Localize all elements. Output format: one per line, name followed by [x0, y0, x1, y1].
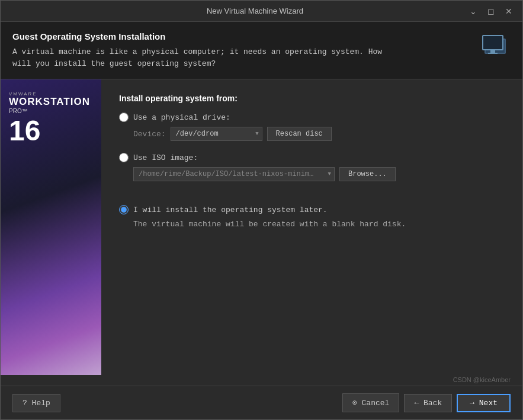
install-later-label[interactable]: I will install the operating system late…: [133, 206, 328, 214]
window-controls: ⌄ ◻ ✕: [467, 5, 515, 17]
device-select-wrapper: /dev/cdrom: [171, 127, 262, 141]
header-description-line1: A virtual machine is like a physical com…: [12, 46, 382, 58]
physical-drive-label[interactable]: Use a physical drive:: [133, 113, 230, 122]
install-later-radio[interactable]: [119, 205, 129, 214]
header-icon: [480, 31, 511, 62]
iso-path-select[interactable]: /home/rime/Backup/ISO/latest-nixos-minim…: [133, 167, 335, 181]
browse-button[interactable]: Browse...: [339, 167, 396, 181]
install-later-detail: The virtual machine will be created with…: [133, 219, 505, 230]
iso-image-option: Use ISO image: /home/rime/Backup/ISO/lat…: [119, 153, 505, 181]
vmware-logo: VMWARE WORKSTATION PRO™ 16: [9, 91, 90, 145]
pro-label: PRO™: [9, 108, 90, 114]
physical-drive-radio[interactable]: [119, 113, 129, 122]
header-section: Guest Operating System Installation A vi…: [1, 22, 522, 79]
physical-drive-radio-row: Use a physical drive:: [119, 113, 505, 122]
page-title: Guest Operating System Installation: [12, 31, 382, 41]
device-select[interactable]: /dev/cdrom: [171, 127, 262, 141]
later-radio-row: I will install the operating system late…: [119, 205, 505, 214]
content-panel: Install operating system from: Use a phy…: [101, 79, 522, 375]
header-text: Guest Operating System Installation A vi…: [12, 31, 382, 69]
device-row: Device: /dev/cdrom Rescan disc: [133, 127, 505, 141]
watermark: CSDN @kiceAmber: [1, 375, 522, 386]
main-window: New Virtual Machine Wizard ⌄ ◻ ✕ Guest O…: [0, 0, 523, 420]
rescan-button[interactable]: Rescan disc: [267, 127, 332, 141]
footer-right: ⊙ Cancel ← Back → Next: [342, 393, 511, 412]
minimize-button[interactable]: ⌄: [467, 5, 480, 17]
title-bar: New Virtual Machine Wizard ⌄ ◻ ✕: [1, 1, 522, 22]
footer-left: ? Help: [12, 394, 60, 412]
iso-path-wrapper: /home/rime/Backup/ISO/latest-nixos-minim…: [133, 167, 335, 181]
footer: ? Help ⊙ Cancel ← Back → Next: [1, 386, 522, 419]
physical-drive-option: Use a physical drive: Device: /dev/cdrom…: [119, 113, 505, 141]
svg-rect-3: [483, 36, 502, 49]
help-button[interactable]: ? Help: [12, 394, 60, 412]
device-label: Device:: [133, 130, 166, 139]
close-button[interactable]: ✕: [502, 5, 515, 17]
sidebar: VMWARE WORKSTATION PRO™ 16: [1, 79, 101, 375]
iso-image-radio[interactable]: [119, 153, 129, 162]
window-title: New Virtual Machine Wizard: [43, 7, 467, 15]
cancel-button[interactable]: ⊙ Cancel: [342, 393, 399, 412]
product-name: WORKSTATION: [9, 97, 90, 108]
maximize-button[interactable]: ◻: [485, 5, 498, 17]
svg-rect-5: [488, 53, 498, 54]
main-content: VMWARE WORKSTATION PRO™ 16 Install opera…: [1, 79, 522, 375]
back-button[interactable]: ← Back: [404, 394, 452, 412]
next-button[interactable]: → Next: [457, 394, 511, 412]
iso-radio-row: Use ISO image:: [119, 153, 505, 162]
install-later-option: I will install the operating system late…: [119, 205, 505, 230]
section-label: Install operating system from:: [119, 94, 505, 103]
iso-path-row: /home/rime/Backup/ISO/latest-nixos-minim…: [133, 167, 505, 181]
svg-rect-4: [490, 50, 495, 53]
header-description-line2: will you install the guest operating sys…: [12, 58, 382, 70]
version-number: 16: [9, 117, 90, 145]
iso-image-label[interactable]: Use ISO image:: [133, 153, 198, 162]
